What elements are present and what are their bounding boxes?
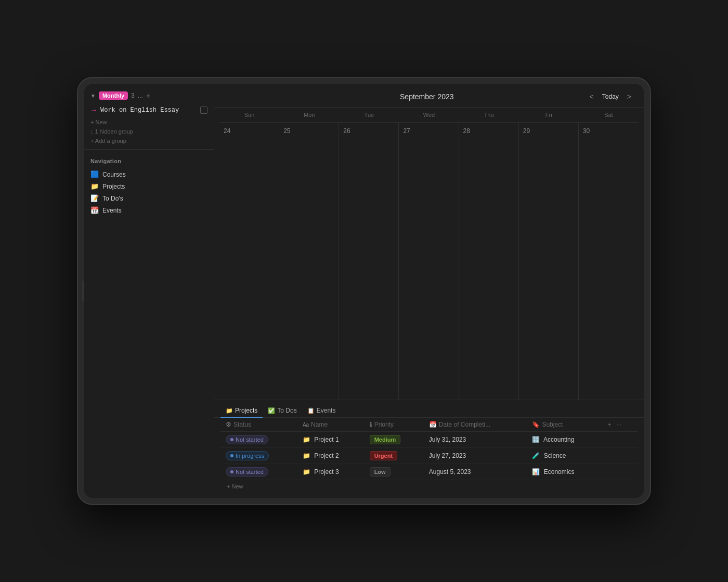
main-content: September 2023 < Today > Sun Mon Tue Wed… — [214, 84, 644, 498]
view-options-button[interactable]: ... — [138, 92, 143, 99]
tab-events-label: Events — [317, 407, 336, 414]
calendar-days-header: Sun Mon Tue Wed Thu Fri Sat — [219, 108, 639, 122]
date-value-3: August 5, 2023 — [429, 468, 471, 475]
task-name: Work on English Essay — [100, 107, 197, 114]
cell-date-25: 25 — [283, 127, 290, 135]
date-cell-3: August 5, 2023 — [424, 464, 527, 480]
projects-icon: 📁 — [90, 182, 99, 190]
status-cell-2[interactable]: In progress — [220, 448, 297, 464]
day-wed: Wed — [399, 110, 459, 120]
priority-badge-3: Low — [370, 467, 391, 477]
name-cell-3[interactable]: 📁 Project 3 — [297, 464, 365, 480]
priority-badge-2: Urgent — [370, 451, 397, 460]
calendar-cell-29[interactable]: 29 — [519, 123, 579, 400]
collapse-icon[interactable]: ▼ — [90, 93, 96, 99]
subject-cell-2[interactable]: 🧪 Science — [527, 448, 602, 464]
new-item-button[interactable]: + New — [90, 118, 207, 126]
day-fri: Fri — [519, 110, 579, 120]
col-header-actions[interactable]: + ··· — [602, 418, 638, 432]
col-header-subject[interactable]: 🔖Subject — [527, 418, 602, 432]
project-name-1: Project 1 — [314, 436, 339, 443]
day-sun: Sun — [219, 110, 279, 120]
tab-projects-label: Projects — [235, 407, 257, 414]
calendar-cell-25[interactable]: 25 — [279, 123, 339, 400]
tab-events[interactable]: 📋 Events — [302, 404, 341, 418]
table-row: Not started 📁 Project 1 Medium — [220, 432, 638, 448]
status-cell-1[interactable]: Not started — [220, 432, 297, 448]
col-header-date[interactable]: 📅Date of Completi... — [424, 418, 527, 432]
subject-icon-1: 🔢 — [532, 436, 540, 443]
subject-value-3: Economics — [544, 468, 575, 475]
monthly-row: ▼ Monthly 3 ... + — [90, 91, 207, 100]
tab-todos[interactable]: ✅ To Dos — [263, 404, 302, 418]
calendar-cell-24[interactable]: 24 — [219, 123, 279, 400]
todos-tab-icon: ✅ — [268, 407, 275, 414]
calendar-cell-30[interactable]: 30 — [579, 123, 639, 400]
today-button[interactable]: Today — [599, 92, 622, 101]
status-badge-1: Not started — [226, 435, 268, 444]
calendar-cell-26[interactable]: 26 — [339, 123, 399, 400]
database-section: 📁 Projects ✅ To Dos 📋 Events — [214, 400, 644, 498]
add-view-button[interactable]: + — [146, 91, 150, 100]
sidebar-item-label-courses: Courses — [102, 171, 126, 178]
priority-cell-3[interactable]: Low — [365, 464, 424, 480]
events-tab-icon: 📋 — [307, 407, 315, 414]
sidebar-item-label-todos: To Do's — [102, 195, 123, 202]
projects-table: ⚙Status AaName ℹPriority 📅Date of Comple… — [220, 418, 638, 480]
subject-cell-1[interactable]: 🔢 Accounting — [527, 432, 602, 448]
task-checkbox[interactable] — [200, 107, 207, 114]
table-row: Not started 📁 Project 3 Low — [220, 464, 638, 480]
calendar-cell-28[interactable]: 28 — [459, 123, 519, 400]
todos-icon: 📝 — [90, 194, 99, 202]
monthly-tag[interactable]: Monthly — [99, 91, 128, 100]
calendar-grid: Sun Mon Tue Wed Thu Fri Sat 24 25 — [214, 108, 644, 400]
db-table-wrap: ⚙Status AaName ℹPriority 📅Date of Comple… — [214, 418, 644, 493]
add-group-button[interactable]: + Add a group — [90, 137, 207, 145]
sidebar-item-courses[interactable]: 🟦 Courses — [90, 168, 207, 180]
cell-date-28: 28 — [463, 127, 470, 135]
date-value-2: July 27, 2023 — [429, 452, 466, 459]
tab-projects[interactable]: 📁 Projects — [220, 404, 263, 418]
sidebar: ▼ Monthly 3 ... + → Work on English Essa… — [84, 84, 214, 498]
subject-value-2: Science — [544, 452, 566, 459]
next-month-button[interactable]: > — [625, 91, 633, 102]
sidebar-item-label-events: Events — [102, 207, 122, 214]
calendar-title: September 2023 — [400, 92, 454, 101]
cell-date-30: 30 — [583, 127, 590, 135]
sidebar-item-label-projects: Projects — [102, 183, 125, 190]
calendar-week: 24 25 26 27 28 29 — [219, 122, 639, 400]
cell-date-29: 29 — [523, 127, 530, 135]
status-dot-2 — [230, 454, 233, 457]
cell-date-27: 27 — [403, 127, 410, 135]
col-header-priority[interactable]: ℹPriority — [365, 418, 424, 432]
status-cell-3[interactable]: Not started — [220, 464, 297, 480]
priority-cell-2[interactable]: Urgent — [365, 448, 424, 464]
subject-value-1: Accounting — [543, 436, 574, 443]
hidden-group-toggle[interactable]: ↓ 1 hidden group — [90, 126, 207, 137]
name-cell-1[interactable]: 📁 Project 1 — [297, 432, 365, 448]
subject-cell-3[interactable]: 📊 Economics — [527, 464, 602, 480]
day-sat: Sat — [579, 110, 639, 120]
sidebar-item-projects[interactable]: 📁 Projects — [90, 180, 207, 192]
prev-month-button[interactable]: < — [588, 91, 596, 102]
project-name-3: Project 3 — [314, 468, 339, 475]
calendar-cell-27[interactable]: 27 — [399, 123, 459, 400]
projects-tab-icon: 📁 — [226, 407, 233, 414]
status-badge-2: In progress — [226, 451, 269, 460]
status-dot-3 — [230, 470, 233, 473]
sidebar-item-todos[interactable]: 📝 To Do's — [90, 192, 207, 204]
col-header-status[interactable]: ⚙Status — [220, 418, 297, 432]
courses-icon: 🟦 — [90, 170, 99, 178]
table-row: In progress 📁 Project 2 Urgent — [220, 448, 638, 464]
sidebar-item-events[interactable]: 📆 Events — [90, 204, 207, 216]
subject-icon-3: 📊 — [532, 468, 540, 475]
tab-todos-label: To Dos — [277, 407, 296, 414]
col-header-name[interactable]: AaName — [297, 418, 365, 432]
add-row-button[interactable]: + New — [220, 480, 638, 493]
status-dot-1 — [230, 438, 233, 441]
nav-title: Navigation — [90, 158, 207, 164]
name-cell-2[interactable]: 📁 Project 2 — [297, 448, 365, 464]
priority-cell-1[interactable]: Medium — [365, 432, 424, 448]
day-tue: Tue — [339, 110, 399, 120]
task-arrow-icon: → — [90, 106, 97, 114]
